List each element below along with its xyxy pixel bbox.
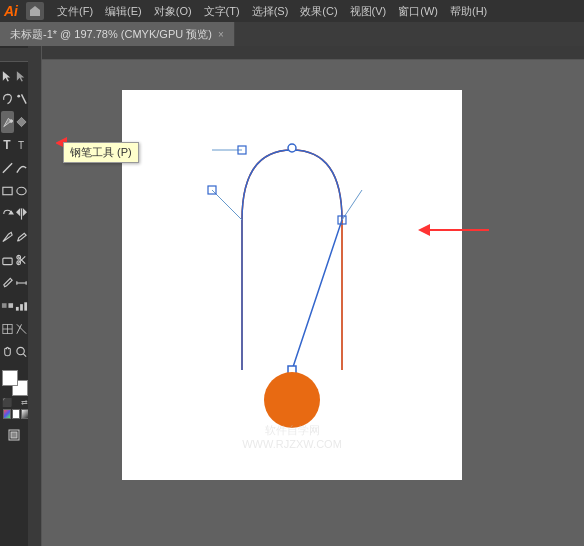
mesh-tools-row xyxy=(1,318,28,340)
type-tools-row: T T xyxy=(1,134,28,156)
column-graph-tool[interactable] xyxy=(15,295,28,317)
swap-colors-icon[interactable]: ⇄ xyxy=(21,398,28,407)
pen-anchor-row xyxy=(1,111,28,133)
color-area: ⬛ ⇄ xyxy=(0,368,28,421)
svg-point-5 xyxy=(9,120,12,123)
svg-line-33 xyxy=(23,354,26,357)
eyedropper-tool[interactable] xyxy=(1,272,14,294)
zoom-tool[interactable] xyxy=(15,341,28,363)
menu-select[interactable]: 选择(S) xyxy=(247,2,294,21)
tab-close-button[interactable]: × xyxy=(218,29,224,40)
slice-tool[interactable] xyxy=(15,318,28,340)
svg-point-32 xyxy=(16,347,23,354)
blend-tool[interactable] xyxy=(1,295,14,317)
rect-tools-row xyxy=(1,180,28,202)
menu-help[interactable]: 帮助(H) xyxy=(445,2,492,21)
document-page: 软件自学网 WWW.RJZXW.COM xyxy=(122,90,462,480)
select-tools-row xyxy=(1,65,28,87)
select-tool[interactable] xyxy=(1,65,14,87)
svg-marker-2 xyxy=(16,71,23,81)
blend-tools-row xyxy=(1,295,28,317)
svg-marker-11 xyxy=(16,209,19,215)
eraser-tools-row xyxy=(1,249,28,271)
svg-marker-1 xyxy=(2,71,9,81)
paintbrush-tool[interactable] xyxy=(1,226,14,248)
reset-colors-icon[interactable]: ⬛ xyxy=(2,398,12,407)
svg-marker-9 xyxy=(9,211,13,214)
document-tab[interactable]: 未标题-1* @ 197.78% (CMYK/GPU 预览) × xyxy=(0,22,235,46)
canvas-content: 软件自学网 WWW.RJZXW.COM xyxy=(42,60,584,546)
rect-tool[interactable] xyxy=(1,180,14,202)
fill-box[interactable] xyxy=(2,370,18,386)
menu-edit[interactable]: 编辑(E) xyxy=(100,2,147,21)
color-mode-row xyxy=(3,409,29,419)
ellipse-tool[interactable] xyxy=(15,180,28,202)
magic-wand-tool[interactable] xyxy=(15,88,28,110)
drawing-svg xyxy=(122,90,462,480)
svg-point-42 xyxy=(288,144,296,152)
tab-title: 未标题-1* @ 197.78% (CMYK/GPU 预览) xyxy=(10,27,212,42)
ruler-top xyxy=(28,46,584,60)
menu-view[interactable]: 视图(V) xyxy=(345,2,392,21)
reflect-tool[interactable] xyxy=(15,203,28,225)
tab-bar: 未标题-1* @ 197.78% (CMYK/GPU 预览) × xyxy=(0,22,584,46)
app-logo: Ai xyxy=(4,3,18,19)
toolbar-ruler xyxy=(0,48,28,62)
measure-tool[interactable] xyxy=(15,272,28,294)
menu-type[interactable]: 文字(T) xyxy=(199,2,245,21)
menu-bar: Ai 文件(F) 编辑(E) 对象(O) 文字(T) 选择(S) 效果(C) 视… xyxy=(0,0,584,22)
menu-effect[interactable]: 效果(C) xyxy=(295,2,342,21)
svg-line-3 xyxy=(21,94,26,103)
transform-tools-row xyxy=(1,203,28,225)
svg-rect-26 xyxy=(24,302,27,310)
line-tool[interactable] xyxy=(1,157,14,179)
svg-line-6 xyxy=(2,163,11,172)
brush-tools-row xyxy=(1,226,28,248)
hand-tool[interactable] xyxy=(1,341,14,363)
main-layout: T T xyxy=(0,46,584,546)
arc-tool[interactable] xyxy=(15,157,28,179)
svg-rect-35 xyxy=(11,432,17,438)
home-button[interactable] xyxy=(26,2,44,20)
menu-file[interactable]: 文件(F) xyxy=(52,2,98,21)
svg-marker-0 xyxy=(30,6,40,16)
sample-tools-row xyxy=(1,272,28,294)
mesh-tool[interactable] xyxy=(1,318,14,340)
svg-point-46 xyxy=(264,372,320,428)
pen-tool[interactable] xyxy=(1,111,14,133)
anchor-tool[interactable] xyxy=(15,111,28,133)
lasso-tool[interactable] xyxy=(1,88,14,110)
svg-point-8 xyxy=(16,187,25,194)
scissors-tool[interactable] xyxy=(15,249,28,271)
svg-rect-24 xyxy=(15,307,18,311)
svg-rect-14 xyxy=(2,258,11,265)
line-tools-row xyxy=(1,157,28,179)
pen-tool-tooltip: 钢笔工具 (P) xyxy=(63,142,139,163)
svg-line-31 xyxy=(16,324,21,333)
menu-object[interactable]: 对象(O) xyxy=(149,2,197,21)
svg-point-4 xyxy=(17,95,20,98)
svg-rect-25 xyxy=(20,304,23,311)
toolbar: T T xyxy=(0,46,28,546)
svg-rect-7 xyxy=(2,187,11,194)
type-tool[interactable]: T xyxy=(1,134,14,156)
screen-mode-section xyxy=(0,424,28,446)
fill-stroke-boxes[interactable] xyxy=(2,370,28,396)
direct-select-tool[interactable] xyxy=(15,65,28,87)
rotate-tool[interactable] xyxy=(1,203,14,225)
color-controls: ⬛ ⇄ xyxy=(2,398,28,407)
svg-line-30 xyxy=(16,324,25,333)
color-mode-button[interactable] xyxy=(3,409,11,419)
vertical-type-tool[interactable]: T xyxy=(15,134,28,156)
svg-rect-22 xyxy=(1,303,6,308)
menu-window[interactable]: 窗口(W) xyxy=(393,2,443,21)
pen-tools-row xyxy=(1,88,28,110)
view-tools-row xyxy=(1,341,28,363)
eraser-tool[interactable] xyxy=(1,249,14,271)
pencil-tool[interactable] xyxy=(15,226,28,248)
change-screen-mode-button[interactable] xyxy=(1,424,27,446)
svg-marker-12 xyxy=(23,209,26,215)
svg-rect-23 xyxy=(8,303,13,308)
no-color-button[interactable] xyxy=(12,409,20,419)
ruler-left xyxy=(28,46,42,546)
